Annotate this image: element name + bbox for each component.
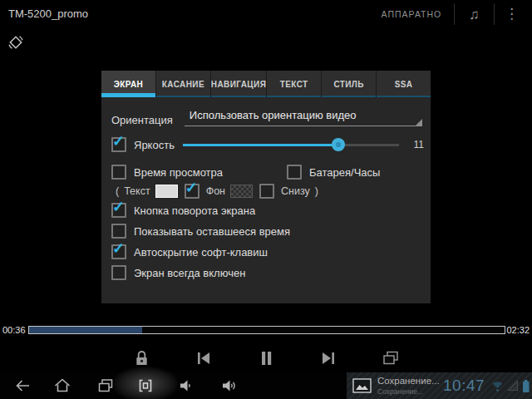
playback-controls <box>0 346 532 371</box>
wifi-icon <box>490 380 505 392</box>
status-icons <box>490 379 530 393</box>
screen-size-icon[interactable] <box>381 349 401 367</box>
settings-tab-bar: ЭКРАН КАСАНИЕ НАВИГАЦИЯ ТЕКСТ СТИЛЬ SSA <box>101 71 431 97</box>
notification-title: Сохранение... <box>377 377 437 387</box>
pause-icon[interactable] <box>256 349 276 367</box>
paren-close: ) <box>315 185 318 197</box>
video-title: TM-5200_promo <box>8 7 88 20</box>
overflow-menu-icon[interactable]: ⋮ <box>495 10 529 17</box>
brightness-slider-fill <box>183 144 338 146</box>
player-screen: TM-5200_promo АППАРАТНО ♫ ⋮ ЭКРАН КАСАНИ… <box>0 0 532 399</box>
bg-color-swatch[interactable] <box>230 185 253 198</box>
osd-text-label: Текст <box>124 185 150 197</box>
option-label: Показывать оставшееся время <box>134 225 290 238</box>
audio-track-icon[interactable]: ♫ <box>455 7 494 22</box>
top-actions: АППАРАТНО ♫ ⋮ <box>369 0 529 28</box>
display-settings-dialog: ЭКРАН КАСАНИЕ НАВИГАЦИЯ ТЕКСТ СТИЛЬ SSA … <box>101 71 431 303</box>
seekbar[interactable] <box>28 326 505 334</box>
osd-bottom-label: Снизу <box>281 185 310 197</box>
tab-navigation[interactable]: НАВИГАЦИЯ <box>210 71 266 97</box>
seekbar-fill <box>29 327 142 333</box>
gallery-notification-icon <box>352 378 372 393</box>
paren-open: ( <box>116 185 119 197</box>
battery-clock-label: Батарея/Часы <box>309 166 380 179</box>
total-time: 02:32 <box>506 325 530 335</box>
tab-ssa[interactable]: SSA <box>376 71 431 97</box>
volume-up-icon[interactable] <box>219 377 238 395</box>
previous-icon[interactable] <box>194 349 214 367</box>
tab-label: КАСАНИЕ <box>162 80 204 89</box>
option-row: Показывать оставшееся время <box>111 223 290 239</box>
back-icon[interactable] <box>13 377 32 395</box>
screen-always-on-checkbox[interactable] <box>111 265 126 280</box>
screen-rotation-icon[interactable] <box>5 32 27 53</box>
brightness-row: Яркость 11 <box>111 135 424 154</box>
decoder-mode-button[interactable]: АППАРАТНО <box>369 9 455 19</box>
view-time-checkbox[interactable] <box>111 165 126 180</box>
next-icon[interactable] <box>318 349 338 367</box>
orientation-label: Ориентация <box>111 114 173 126</box>
autohide-softkeys-checkbox[interactable] <box>111 244 126 259</box>
option-row: Экран всегда включен <box>111 264 245 281</box>
tab-label: НАВИГАЦИЯ <box>211 80 266 89</box>
brightness-value: 11 <box>407 139 424 150</box>
view-time-label: Время просмотра <box>134 166 223 179</box>
overlay-toggles-row: Время просмотра Батарея/Часы <box>111 165 421 180</box>
status-tray[interactable]: Сохранение... Сохранение... 10:47 <box>347 372 532 399</box>
option-label: Автоскрытие софт-клавиш <box>134 246 268 259</box>
tab-touch[interactable]: КАСАНИЕ <box>155 71 210 97</box>
osd-style-row: ( Текст Фон Снизу ) <box>113 184 321 199</box>
system-navbar: Сохранение... Сохранение... 10:47 <box>0 372 532 399</box>
home-icon[interactable] <box>53 377 71 395</box>
tab-style[interactable]: СТИЛЬ <box>321 71 376 97</box>
option-row: Кнопка поворота экрана <box>111 202 255 219</box>
tab-text[interactable]: ТЕКСТ <box>266 71 321 97</box>
bottom-checkbox[interactable] <box>259 184 274 199</box>
background-checkbox[interactable] <box>185 184 200 199</box>
elapsed-time: 00:36 <box>2 325 26 335</box>
volume-down-icon[interactable] <box>176 377 195 395</box>
brightness-label: Яркость <box>134 139 175 151</box>
tab-label: ТЕКСТ <box>280 80 308 89</box>
notification-subtext: Сохранение... <box>377 388 437 396</box>
rotate-button-checkbox[interactable] <box>111 203 126 218</box>
battery-clock-checkbox[interactable] <box>287 165 302 180</box>
orientation-spinner[interactable]: Использовать ориентацию видео <box>185 107 422 126</box>
cell-signal-icon <box>507 380 519 392</box>
brightness-slider-thumb[interactable] <box>332 138 345 151</box>
remaining-time-checkbox[interactable] <box>111 224 126 239</box>
brightness-checkbox[interactable] <box>111 137 126 152</box>
tab-label: СТИЛЬ <box>333 80 363 89</box>
lock-icon[interactable] <box>131 349 151 367</box>
option-label: Экран всегда включен <box>134 267 245 279</box>
option-label: Кнопка поворота экрана <box>134 204 255 217</box>
tab-label: ЭКРАН <box>114 80 143 89</box>
notification-texts: Сохранение... Сохранение... <box>377 377 437 395</box>
fullscreen-icon[interactable] <box>136 377 155 395</box>
option-row: Автоскрытие софт-клавиш <box>111 244 268 260</box>
brightness-slider[interactable] <box>183 144 399 146</box>
status-clock: 10:47 <box>443 377 485 395</box>
recents-icon[interactable] <box>96 377 115 395</box>
text-color-swatch[interactable] <box>155 185 178 198</box>
osd-bg-label: Фон <box>206 185 225 197</box>
orientation-row: Ориентация Использовать ориентацию видео <box>111 107 422 126</box>
tab-label: SSA <box>395 80 413 89</box>
tab-screen[interactable]: ЭКРАН <box>101 71 155 97</box>
battery-icon <box>521 379 530 393</box>
